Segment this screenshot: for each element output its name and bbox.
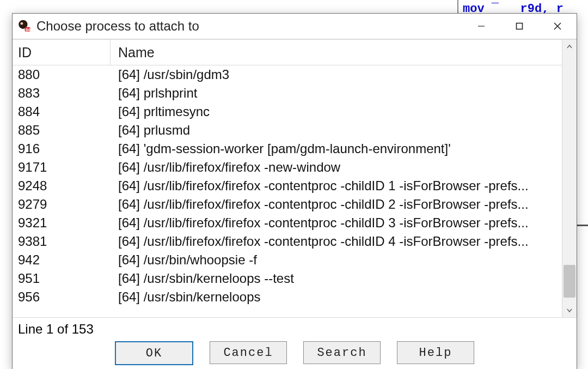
cancel-button[interactable]: Cancel bbox=[210, 341, 287, 364]
scrollbar-track[interactable] bbox=[562, 54, 577, 303]
process-name: [64] /usr/bin/whoopsie -f bbox=[111, 252, 562, 268]
process-name: [64] 'gdm-session-worker [pam/gdm-launch… bbox=[111, 141, 562, 156]
process-row[interactable]: 942[64] /usr/bin/whoopsie -f bbox=[13, 251, 562, 269]
minimize-button[interactable] bbox=[462, 14, 500, 39]
close-button[interactable] bbox=[538, 14, 577, 39]
search-button[interactable]: Search bbox=[303, 341, 381, 364]
process-id: 885 bbox=[13, 123, 111, 138]
process-id: 942 bbox=[13, 252, 111, 268]
ok-button[interactable]: OK bbox=[115, 341, 193, 365]
process-name: [64] /usr/lib/firefox/firefox -contentpr… bbox=[111, 215, 562, 231]
process-name: [64] /usr/lib/firefox/firefox -contentpr… bbox=[111, 197, 562, 212]
process-id: 9279 bbox=[13, 197, 111, 212]
process-name: [64] prltimesync bbox=[111, 104, 562, 119]
process-name: [64] /usr/sbin/kerneloops bbox=[111, 289, 562, 305]
process-row[interactable]: 9248[64] /usr/lib/firefox/firefox -conte… bbox=[13, 177, 562, 195]
process-row[interactable]: 9321[64] /usr/lib/firefox/firefox -conte… bbox=[13, 214, 562, 232]
scroll-up-arrow-icon[interactable] bbox=[562, 40, 577, 54]
process-id: 9381 bbox=[13, 234, 111, 249]
scroll-down-arrow-icon[interactable] bbox=[562, 303, 577, 317]
column-header-id[interactable]: ID bbox=[13, 40, 111, 65]
process-rows[interactable]: 880[64] /usr/sbin/gdm3883[64] prlshprint… bbox=[13, 65, 562, 317]
process-id: 9171 bbox=[13, 160, 111, 175]
status-bar: Line 1 of 153 bbox=[13, 317, 577, 340]
process-name: [64] /usr/lib/firefox/firefox -contentpr… bbox=[111, 234, 562, 249]
process-row[interactable]: 956[64] /usr/sbin/kerneloops bbox=[13, 288, 562, 306]
process-id: 883 bbox=[13, 86, 111, 101]
process-row[interactable]: 9279[64] /usr/lib/firefox/firefox -conte… bbox=[13, 195, 562, 214]
process-row[interactable]: 9171[64] /usr/lib/firefox/firefox -new-w… bbox=[13, 158, 562, 177]
process-name: [64] prlshprint bbox=[111, 86, 562, 101]
process-list: ID Name 880[64] /usr/sbin/gdm3883[64] pr… bbox=[13, 39, 577, 317]
maximize-icon bbox=[516, 22, 523, 30]
column-header-name[interactable]: Name bbox=[111, 45, 562, 61]
process-row[interactable]: 880[64] /usr/sbin/gdm3 bbox=[13, 65, 562, 84]
process-id: 884 bbox=[13, 104, 111, 119]
svg-text:64: 64 bbox=[26, 27, 30, 32]
svg-rect-5 bbox=[517, 23, 523, 29]
status-text: Line 1 of 153 bbox=[18, 322, 94, 337]
window-title: Choose process to attach to bbox=[35, 19, 462, 34]
titlebar: 64 Choose process to attach to bbox=[13, 14, 577, 39]
process-row[interactable]: 884[64] prltimesync bbox=[13, 102, 562, 121]
app-icon: 64 bbox=[13, 19, 35, 33]
help-button[interactable]: Help bbox=[397, 341, 474, 364]
attach-process-dialog: 64 Choose process to attach to ID Name 8… bbox=[12, 13, 577, 369]
window-controls bbox=[462, 14, 577, 39]
process-name: [64] prlusmd bbox=[111, 123, 562, 138]
process-name: [64] /usr/sbin/kerneloops --test bbox=[111, 271, 562, 286]
maximize-button[interactable] bbox=[500, 14, 538, 39]
process-id: 9248 bbox=[13, 178, 111, 193]
process-name: [64] /usr/lib/firefox/firefox -new-windo… bbox=[111, 160, 562, 175]
process-id: 956 bbox=[13, 289, 111, 305]
process-id: 951 bbox=[13, 271, 111, 286]
column-headers: ID Name bbox=[13, 40, 562, 65]
process-row[interactable]: 883[64] prlshprint bbox=[13, 84, 562, 102]
minimize-icon bbox=[477, 22, 485, 30]
dialog-buttons: OK Cancel Search Help bbox=[13, 340, 577, 369]
process-row[interactable]: 9381[64] /usr/lib/firefox/firefox -conte… bbox=[13, 232, 562, 251]
process-id: 880 bbox=[13, 67, 111, 82]
process-row[interactable]: 951[64] /usr/sbin/kerneloops --test bbox=[13, 269, 562, 288]
vertical-scrollbar[interactable] bbox=[562, 40, 577, 317]
scrollbar-thumb[interactable] bbox=[564, 265, 575, 298]
close-icon bbox=[553, 22, 562, 31]
process-id: 9321 bbox=[13, 215, 111, 231]
process-name: [64] /usr/sbin/gdm3 bbox=[111, 67, 562, 82]
process-name: [64] /usr/lib/firefox/firefox -contentpr… bbox=[111, 178, 562, 193]
process-id: 916 bbox=[13, 141, 111, 156]
svg-point-1 bbox=[21, 22, 23, 25]
process-row[interactable]: 916[64] 'gdm-session-worker [pam/gdm-lau… bbox=[13, 140, 562, 158]
process-row[interactable]: 885[64] prlusmd bbox=[13, 121, 562, 140]
